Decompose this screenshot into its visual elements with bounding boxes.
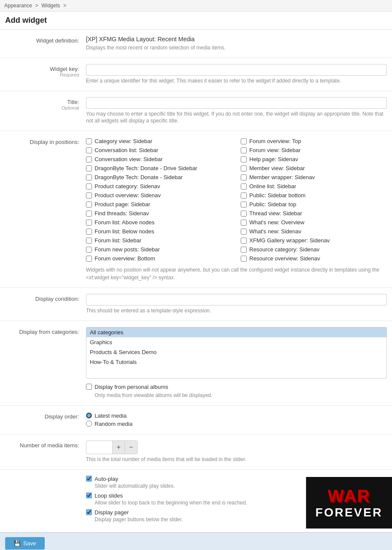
position-label: Forum overview: Top — [249, 138, 301, 144]
list-item[interactable]: How-To & Tutorials — [86, 357, 386, 367]
display-positions-row: Display in positions: Category view: Sid… — [0, 131, 392, 288]
number-control: 12 + − — [86, 440, 138, 454]
position-item: Product page: Sidebar — [86, 200, 232, 208]
widget-key-row: Widget key: Required Enter a unique iden… — [0, 58, 392, 91]
position-checkbox[interactable] — [86, 256, 92, 262]
loop-slides-checkbox[interactable] — [86, 492, 92, 498]
number-of-media-label: Number of media items: — [0, 440, 86, 463]
widget-definition-row: Widget definition: [XP] XFMG Media Layou… — [0, 30, 392, 58]
position-item: Forum overview: Top — [241, 137, 387, 145]
position-item: Forum list: Sidebar — [86, 236, 232, 244]
position-checkbox[interactable] — [86, 174, 92, 180]
personal-albums-checkbox[interactable] — [86, 384, 92, 390]
position-checkbox[interactable] — [241, 165, 247, 171]
list-item[interactable]: Graphics — [86, 337, 386, 347]
position-checkbox[interactable] — [86, 138, 92, 144]
save-icon: 💾 — [14, 540, 21, 547]
position-item: What's new: Sidenav — [241, 227, 387, 235]
save-button[interactable]: 💾 Save — [5, 537, 45, 550]
position-checkbox[interactable] — [241, 220, 247, 226]
position-checkbox[interactable] — [86, 247, 92, 253]
categories-listbox[interactable]: All categoriesGraphicsProducts & Service… — [86, 327, 387, 379]
position-checkbox[interactable] — [86, 183, 92, 189]
position-label: Product page: Sidebar — [95, 201, 150, 208]
position-label: Forum list: Below nodes — [95, 228, 154, 235]
position-label: Forum list: Above nodes — [95, 219, 154, 226]
position-label: Public: Sidebar bottom — [249, 192, 306, 199]
auto-play-label: Auto-play — [95, 476, 118, 482]
position-checkbox[interactable] — [241, 211, 247, 217]
list-item[interactable]: All categories — [86, 327, 386, 337]
position-checkbox[interactable] — [86, 202, 92, 208]
position-checkbox[interactable] — [241, 238, 247, 244]
position-checkbox[interactable] — [86, 238, 92, 244]
breadcrumb-widgets[interactable]: Widgets — [41, 3, 60, 9]
position-checkbox[interactable] — [241, 174, 247, 180]
position-checkbox[interactable] — [86, 211, 92, 217]
personal-albums-hint: Only media from viewable albums will be … — [95, 392, 387, 399]
position-checkbox[interactable] — [86, 165, 92, 171]
list-item[interactable]: Products & Services Demo — [86, 347, 386, 357]
position-checkbox[interactable] — [86, 147, 92, 153]
position-item: Conversation list: Sidebar — [86, 146, 232, 154]
display-order-row: Display order: Latest mediaRandom media — [0, 406, 392, 434]
position-label: Forum view: Sidebar — [249, 147, 300, 153]
position-checkbox[interactable] — [241, 202, 247, 208]
position-checkbox[interactable] — [241, 147, 247, 153]
position-checkbox[interactable] — [86, 220, 92, 226]
position-label: Member view: Sidebar — [249, 165, 305, 171]
position-item: Forum new posts: Sidebar — [86, 245, 232, 254]
widget-key-input[interactable] — [86, 64, 387, 76]
number-decrement-button[interactable]: − — [125, 441, 137, 454]
position-label: Online list: Sidebar — [249, 183, 296, 189]
position-checkbox[interactable] — [241, 192, 247, 199]
widget-definition-label: Widget definition: — [0, 36, 86, 52]
position-label: Product overview: Sidenav — [95, 192, 161, 199]
position-item: Public: Sidebar top — [241, 200, 387, 208]
war-forever-banner: WAR FOREVER — [306, 477, 392, 529]
breadcrumb-appearance[interactable]: Appearance — [4, 3, 32, 9]
widget-definition-description: Displays the most recent or random selec… — [86, 44, 387, 52]
position-checkbox[interactable] — [86, 229, 92, 235]
display-order-label: Display order: — [0, 412, 86, 428]
display-categories-label: Display from categories: — [0, 327, 86, 399]
number-input[interactable]: 12 — [86, 442, 112, 452]
widget-key-label: Widget key: Required — [0, 64, 86, 85]
position-item: Member wrapper: Sidenav — [241, 173, 387, 181]
loop-slides-label: Loop slides — [95, 492, 123, 499]
display-condition-label: Display condition: — [0, 294, 86, 315]
position-label: Conversation list: Sidebar — [95, 147, 158, 153]
title-label: Title: Optional — [0, 97, 86, 125]
breadcrumb-sep1: > — [35, 3, 38, 9]
position-label: Resource overview: Sidenav — [249, 255, 320, 262]
auto-play-checkbox[interactable] — [86, 476, 92, 482]
page-title: Add widget — [0, 12, 392, 30]
save-bar: 💾 Save — [0, 532, 392, 550]
position-checkbox[interactable] — [241, 138, 247, 144]
position-label: Resource category: Sidenav — [249, 246, 319, 253]
forever-text: FOREVER — [315, 506, 383, 519]
position-label: Find threads: Sidenav — [95, 210, 149, 217]
title-row: Title: Optional You may choose to enter … — [0, 91, 392, 131]
display-condition-input[interactable] — [86, 294, 387, 306]
position-checkbox[interactable] — [86, 156, 92, 162]
position-checkbox[interactable] — [241, 256, 247, 262]
display-order-radio[interactable] — [86, 412, 92, 419]
display-condition-content: This should be entered as a template-sty… — [86, 294, 392, 315]
position-checkbox[interactable] — [241, 183, 247, 189]
position-item: Public: Sidebar bottom — [241, 191, 387, 199]
position-item: DragonByte Tech: Donate - Drive Sidebar — [86, 164, 232, 172]
position-item: Find threads: Sidenav — [86, 209, 232, 217]
position-checkbox[interactable] — [241, 247, 247, 253]
display-pager-checkbox[interactable] — [86, 509, 92, 515]
display-categories-row: Display from categories: All categoriesG… — [0, 321, 392, 406]
position-checkbox[interactable] — [241, 156, 247, 162]
display-order-radio[interactable] — [86, 421, 92, 427]
title-input[interactable] — [86, 97, 387, 109]
number-increment-button[interactable]: + — [112, 441, 125, 454]
position-label: Category view: Sidebar — [95, 138, 152, 144]
position-checkbox[interactable] — [241, 229, 247, 235]
widget-definition-content: [XP] XFMG Media Layout: Recent Media Dis… — [86, 36, 392, 52]
positions-note: Widgets with no position will not appear… — [86, 266, 387, 281]
position-checkbox[interactable] — [86, 192, 92, 199]
